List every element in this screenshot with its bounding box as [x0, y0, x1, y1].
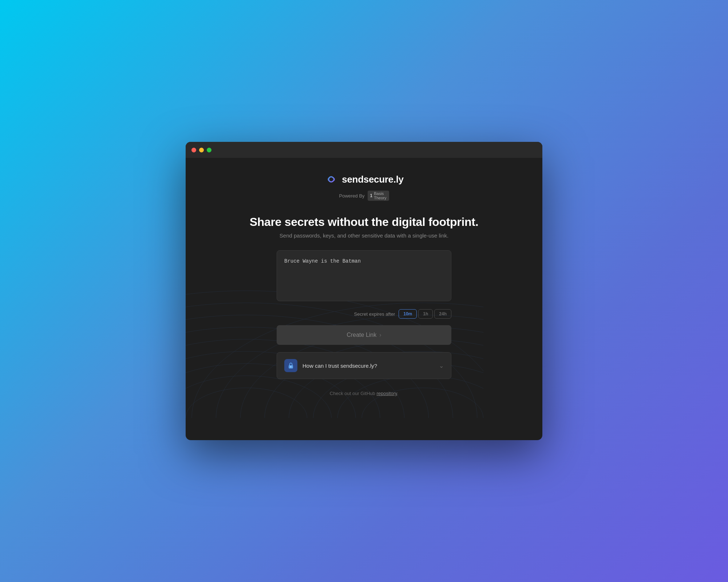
lock-icon-wrapper [284, 359, 297, 372]
close-button[interactable] [191, 148, 196, 152]
expiry-options: 10m 1h 24h [399, 309, 451, 319]
app-window: sendsecure.ly Powered By 1 Basis Theory … [186, 142, 542, 440]
footer-text-before: Check out our GitHub [330, 391, 377, 396]
github-repository-link[interactable]: repository [376, 391, 397, 396]
maximize-button[interactable] [207, 148, 211, 152]
powered-by-row: Powered By 1 Basis Theory [339, 191, 389, 201]
hero-subtitle: Send passwords, keys, and other sensitiv… [250, 232, 479, 239]
svg-point-18 [290, 366, 291, 367]
create-link-label: Create Link [347, 332, 376, 338]
expiry-label: Secret expires after [354, 311, 395, 317]
lock-icon [287, 362, 294, 369]
hero-title: Share secrets without the digital footpr… [250, 215, 479, 229]
main-form: Bruce Wayne is the Batman Secret expires… [277, 250, 451, 396]
footer-text: Check out our GitHub repository. [277, 391, 451, 396]
basis-theory-badge: 1 Basis Theory [368, 191, 389, 201]
badge-number: 1 [370, 193, 373, 198]
logo-text: sendsecure.ly [342, 174, 404, 185]
logo-section: sendsecure.ly Powered By 1 Basis Theory [324, 172, 404, 201]
logo-icon [324, 172, 338, 186]
trust-accordion[interactable]: How can I trust sendsecure.ly? ⌄ [277, 352, 451, 379]
expiry-10m-button[interactable]: 10m [399, 309, 417, 319]
powered-by-label: Powered By [339, 193, 364, 199]
expiry-1h-button[interactable]: 1h [418, 309, 433, 319]
chevron-down-icon: ⌄ [439, 362, 444, 369]
main-content: sendsecure.ly Powered By 1 Basis Theory … [186, 158, 542, 418]
hero-section: Share secrets without the digital footpr… [250, 215, 479, 239]
badge-line1: Basis [374, 191, 386, 196]
footer-text-after: . [397, 391, 399, 396]
expiry-row: Secret expires after 10m 1h 24h [277, 309, 451, 319]
badge-line2: Theory [374, 196, 386, 200]
expiry-24h-button[interactable]: 24h [434, 309, 451, 319]
chevron-right-icon: › [379, 332, 381, 338]
logo-row: sendsecure.ly [324, 172, 404, 186]
titlebar [186, 142, 542, 158]
trust-question: How can I trust sendsecure.ly? [302, 363, 434, 369]
minimize-button[interactable] [199, 148, 204, 152]
create-link-button[interactable]: Create Link › [277, 325, 451, 345]
secret-textarea[interactable]: Bruce Wayne is the Batman [277, 250, 451, 301]
